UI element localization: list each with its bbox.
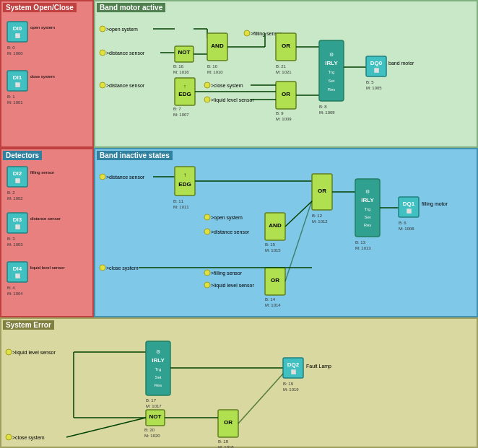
svg-text:DI3: DI3 — [13, 216, 22, 223]
svg-text:OR: OR — [318, 188, 326, 194]
svg-text:OR: OR — [271, 277, 279, 284]
svg-text:M: 1001: M: 1001 — [7, 100, 23, 105]
svg-text:>liquid level sensor: >liquid level sensor — [211, 283, 254, 289]
svg-text:Trg: Trg — [155, 367, 162, 372]
svg-point-98 — [204, 214, 210, 220]
svg-text:B: 6: B: 6 — [399, 221, 407, 225]
svg-text:>distance sensor: >distance sensor — [106, 83, 145, 88]
svg-text:B: 1: B: 1 — [7, 95, 15, 99]
svg-text:DI1: DI1 — [13, 74, 22, 81]
svg-text:>close system: >close system — [106, 265, 139, 271]
svg-text:⬜: ⬜ — [291, 369, 297, 375]
svg-text:M: 1019: M: 1019 — [283, 387, 299, 392]
svg-text:B: 8: B: 8 — [319, 105, 327, 109]
svg-text:>distance sensor: >distance sensor — [106, 175, 145, 180]
svg-text:Trg: Trg — [329, 70, 335, 74]
svg-text:M: 1004: M: 1004 — [7, 291, 23, 296]
svg-text:⬜: ⬜ — [15, 178, 21, 184]
svg-text:B: 2: B: 2 — [7, 190, 15, 195]
svg-point-44 — [204, 82, 210, 88]
svg-text:⚙: ⚙ — [156, 349, 160, 354]
svg-text:AND: AND — [211, 43, 224, 49]
system-error-title: System Error — [3, 320, 54, 330]
svg-text:M: 1021: M: 1021 — [276, 70, 292, 74]
svg-text:>close system: >close system — [12, 435, 45, 441]
svg-text:M: 1013: M: 1013 — [355, 246, 371, 250]
svg-text:⬜: ⬜ — [407, 208, 412, 214]
svg-text:⬜: ⬜ — [15, 33, 21, 39]
svg-text:DI4: DI4 — [13, 265, 22, 272]
svg-text:dose system: dose system — [30, 74, 55, 79]
svg-point-90 — [100, 174, 105, 180]
svg-point-37 — [100, 82, 105, 88]
svg-text:B: 3: B: 3 — [7, 237, 15, 241]
svg-text:AND: AND — [269, 222, 282, 229]
svg-text:band motor: band motor — [388, 61, 414, 66]
system-error-diagram: >liquid level sensor ⚙ IRLY Trg Set Res … — [1, 330, 475, 448]
svg-text:OR: OR — [282, 43, 290, 49]
svg-text:Res: Res — [155, 383, 162, 387]
svg-text:M: 1014: M: 1014 — [265, 303, 281, 307]
svg-text:Set: Set — [364, 215, 370, 219]
svg-point-100 — [204, 229, 210, 234]
svg-text:M: 1011: M: 1011 — [173, 205, 189, 209]
svg-text:M: 1000: M: 1000 — [7, 51, 23, 56]
svg-text:IRLY: IRLY — [361, 197, 374, 203]
svg-text:⬜: ⬜ — [15, 273, 21, 279]
svg-text:Fault Lamp: Fault Lamp — [306, 364, 331, 369]
svg-text:⬜: ⬜ — [15, 224, 21, 230]
band-inactive-title: Band inactive states — [97, 151, 173, 160]
svg-text:open system: open system — [30, 25, 55, 30]
section-band-motor: Band motor active >open system >distance… — [94, 0, 478, 148]
svg-text:>liquid level sensor: >liquid level sensor — [211, 97, 254, 103]
svg-text:>open system: >open system — [211, 215, 243, 221]
svg-text:B: 13: B: 13 — [355, 240, 366, 245]
svg-point-114 — [204, 270, 210, 276]
svg-text:B: 4: B: 4 — [7, 286, 15, 290]
svg-text:M: 1020: M: 1020 — [144, 434, 160, 438]
svg-text:DQ1: DQ1 — [403, 201, 415, 207]
svg-text:EDG: EDG — [178, 91, 191, 97]
system-open-diagram: DI0 ⬜ open system B: 0 M: 1000 DI1 ⬜ dos… — [1, 13, 92, 143]
svg-text:DI0: DI0 — [13, 25, 22, 32]
svg-point-112 — [100, 265, 105, 271]
svg-text:B: 15: B: 15 — [265, 242, 276, 247]
system-open-title: System Open/Close — [3, 3, 77, 12]
svg-text:M: 1016: M: 1016 — [173, 70, 189, 74]
svg-text:B: 17: B: 17 — [146, 398, 157, 403]
svg-line-172 — [238, 374, 283, 423]
svg-text:B: 10: B: 10 — [207, 64, 218, 69]
svg-line-122 — [285, 201, 312, 281]
detectors-diagram: DI2 ⬜ filling sensor B: 2 M: 1002 DI3 ⬜ … — [1, 161, 92, 316]
svg-text:>close system: >close system — [211, 83, 243, 89]
svg-text:>distance sensor: >distance sensor — [106, 50, 145, 56]
svg-text:↑: ↑ — [183, 172, 186, 178]
svg-text:EDG: EDG — [178, 181, 191, 188]
svg-point-29 — [244, 30, 250, 36]
section-system-error: System Error >liquid level sensor ⚙ IRLY… — [0, 317, 478, 448]
svg-text:>filling sensor: >filling sensor — [211, 271, 243, 276]
svg-text:⬜: ⬜ — [15, 82, 21, 88]
svg-text:M: 1005: M: 1005 — [366, 86, 382, 90]
svg-text:liquid level sensor: liquid level sensor — [30, 265, 65, 270]
svg-text:filling motor: filling motor — [422, 201, 448, 207]
svg-text:M: 1010: M: 1010 — [207, 70, 223, 74]
svg-text:M: 1008: M: 1008 — [319, 110, 335, 115]
svg-text:OR: OR — [282, 91, 290, 97]
svg-text:B: 20: B: 20 — [144, 428, 155, 432]
svg-point-116 — [204, 282, 210, 288]
section-detectors: Detectors DI2 ⬜ filling sensor B: 2 M: 1… — [0, 148, 94, 317]
svg-text:filling sensor: filling sensor — [30, 170, 54, 175]
svg-text:NOT: NOT — [149, 413, 162, 420]
band-motor-diagram: >open system >distance sensor NOT B: 16 … — [95, 13, 478, 149]
svg-text:B: 9: B: 9 — [276, 111, 284, 115]
section-band-inactive: Band inactive states >distance sensor ↑ … — [94, 148, 478, 317]
svg-text:>open system: >open system — [106, 27, 138, 32]
svg-text:B: 11: B: 11 — [173, 199, 184, 203]
svg-text:B: 12: B: 12 — [312, 214, 323, 218]
band-motor-title: Band motor active — [97, 3, 165, 12]
svg-text:>distance sensor: >distance sensor — [211, 229, 250, 234]
svg-text:M: 1012: M: 1012 — [312, 219, 328, 224]
band-inactive-diagram: >distance sensor ↑ EDG B: 11 M: 1011 >op… — [95, 161, 478, 320]
svg-line-168 — [66, 418, 146, 437]
